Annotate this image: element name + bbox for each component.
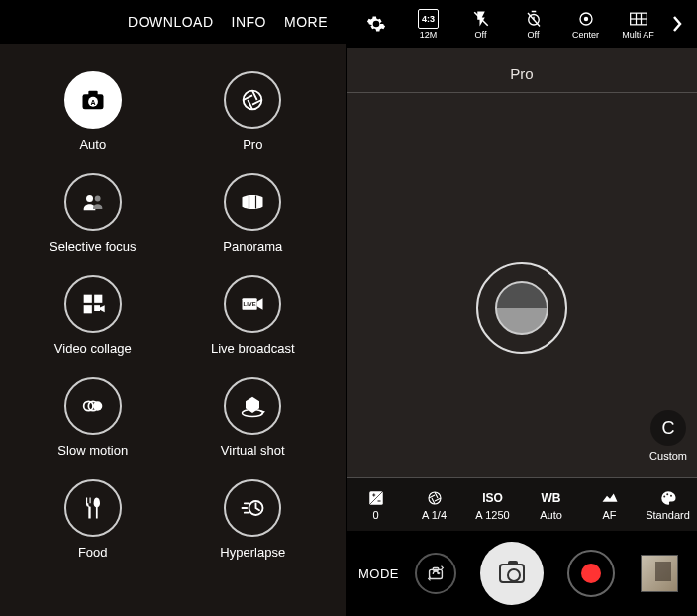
focus-icon <box>601 489 619 507</box>
mode-label: Virtual shot <box>221 443 285 458</box>
svg-point-33 <box>670 494 672 496</box>
aperture-icon <box>224 71 281 129</box>
svg-rect-9 <box>83 295 91 303</box>
af-area-button[interactable]: Multi AF <box>615 9 661 40</box>
info-link[interactable]: INFO <box>232 14 266 30</box>
ratio-button[interactable]: 4:3 12M <box>405 9 451 40</box>
param-value: AF <box>602 509 616 521</box>
svg-point-4 <box>244 91 262 110</box>
flash-off-icon <box>472 9 490 29</box>
metering-label: Center <box>572 30 599 40</box>
param-value: Auto <box>540 509 562 521</box>
pro-top-bar: 4:3 12M Off Off Center Multi AF <box>347 0 697 48</box>
video-collage-icon <box>64 275 122 333</box>
multi-af-icon <box>629 9 648 29</box>
mode-label: Slow motion <box>57 443 128 458</box>
exposure-icon <box>367 489 385 507</box>
exposure-dial[interactable] <box>476 262 567 354</box>
aperture-small-icon <box>426 489 444 507</box>
param-shutter[interactable]: A 1/4 <box>405 478 463 531</box>
top-menu: DOWNLOAD INFO MORE <box>0 0 346 44</box>
param-focus[interactable]: AF <box>580 478 639 531</box>
param-value: A 1250 <box>475 509 509 521</box>
mode-label: Live broadcast <box>211 341 295 356</box>
mode-label: Selective focus <box>50 239 136 254</box>
camera-auto-icon: A <box>64 71 122 129</box>
switch-camera-button[interactable] <box>415 553 456 594</box>
custom-preset-button[interactable]: C Custom <box>649 410 687 462</box>
chevron-right-icon[interactable] <box>667 15 687 33</box>
custom-letter: C <box>650 410 686 446</box>
mode-hyperlapse[interactable]: Hyperlapse <box>220 479 285 560</box>
gallery-thumbnail[interactable] <box>641 555 678 592</box>
mode-virtual-shot[interactable]: Virtual shot <box>221 377 285 458</box>
svg-point-17 <box>93 401 102 410</box>
shutter-button[interactable] <box>480 542 544 605</box>
mode-panorama[interactable]: Panorama <box>223 173 282 254</box>
svg-rect-11 <box>83 305 91 313</box>
camera-icon <box>499 564 525 583</box>
custom-label: Custom <box>649 450 687 462</box>
mode-live-broadcast[interactable]: LIVE Live broadcast <box>211 275 295 356</box>
svg-point-30 <box>429 492 441 504</box>
mode-label: Hyperlapse <box>220 545 285 560</box>
mode-selection-screen: DOWNLOAD INFO MORE A Auto Pro Selective … <box>0 0 347 616</box>
settings-button[interactable] <box>352 14 399 35</box>
svg-rect-10 <box>94 295 102 303</box>
mode-label: Auto <box>79 137 106 152</box>
record-button[interactable] <box>567 550 615 597</box>
ratio-icon: 4:3 <box>418 9 439 29</box>
timer-label: Off <box>528 30 540 40</box>
param-effect[interactable]: Standard <box>639 478 697 531</box>
live-broadcast-icon: LIVE <box>224 275 281 333</box>
param-exposure[interactable]: 0 <box>347 478 405 531</box>
param-value: Standard <box>646 509 690 521</box>
slow-motion-icon <box>64 377 122 435</box>
mode-selective-focus[interactable]: Selective focus <box>50 173 136 254</box>
mode-title: Pro <box>347 48 697 93</box>
mode-food[interactable]: Food <box>64 479 122 560</box>
timer-button[interactable]: Off <box>510 9 556 40</box>
exposure-dial-inner <box>495 281 548 335</box>
mode-auto[interactable]: A Auto <box>64 71 122 152</box>
pro-camera-screen: 4:3 12M Off Off Center Multi AF <box>347 0 697 616</box>
svg-rect-12 <box>94 305 100 311</box>
flash-button[interactable]: Off <box>457 9 504 40</box>
param-value: A 1/4 <box>422 509 447 521</box>
flash-label: Off <box>475 30 487 40</box>
gear-icon <box>366 14 386 34</box>
wb-text-icon: WB <box>542 489 561 507</box>
panorama-icon <box>224 173 281 231</box>
mode-pro[interactable]: Pro <box>224 71 281 152</box>
svg-rect-1 <box>88 91 97 96</box>
mode-grid: A Auto Pro Selective focus Panorama <box>0 44 346 560</box>
param-value: 0 <box>372 509 378 521</box>
mode-label: Video collage <box>54 341 132 356</box>
mode-label: Panorama <box>223 239 282 254</box>
svg-text:A: A <box>90 99 95 106</box>
hyperlapse-icon <box>224 479 281 537</box>
mode-slow-motion[interactable]: Slow motion <box>57 377 128 458</box>
metering-center-icon <box>577 9 595 29</box>
more-link[interactable]: MORE <box>284 14 328 30</box>
food-icon <box>64 479 122 537</box>
iso-text-icon: ISO <box>482 489 503 507</box>
record-dot-icon <box>581 564 601 583</box>
svg-point-24 <box>584 17 587 20</box>
ratio-label: 12M <box>420 30 438 40</box>
viewfinder[interactable]: C Custom <box>347 93 697 477</box>
mode-button[interactable]: MODE <box>358 566 399 581</box>
svg-point-32 <box>666 493 668 495</box>
param-iso[interactable]: ISO A 1250 <box>463 478 522 531</box>
svg-point-6 <box>95 196 101 202</box>
svg-text:LIVE: LIVE <box>244 301 256 307</box>
af-area-label: Multi AF <box>622 30 654 40</box>
mode-label: Pro <box>243 137 262 152</box>
timer-off-icon <box>525 9 543 29</box>
virtual-shot-icon <box>224 377 281 435</box>
download-link[interactable]: DOWNLOAD <box>128 14 213 30</box>
param-wb[interactable]: WB Auto <box>522 478 580 531</box>
metering-button[interactable]: Center <box>562 9 609 40</box>
svg-point-5 <box>86 195 93 202</box>
mode-video-collage[interactable]: Video collage <box>54 275 132 356</box>
